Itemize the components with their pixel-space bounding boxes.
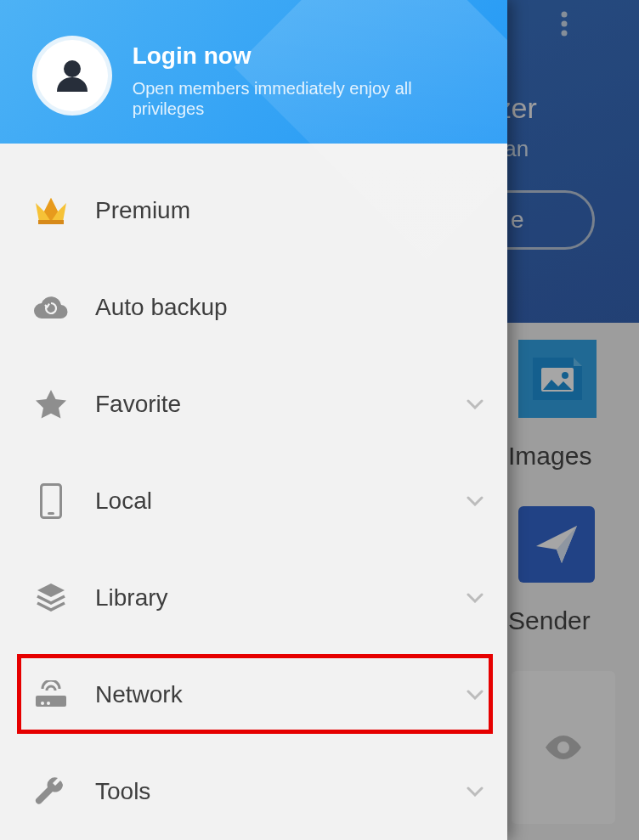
wrench-icon bbox=[31, 771, 71, 812]
drawer-item-library[interactable]: Library bbox=[0, 550, 507, 646]
chevron-down-icon bbox=[467, 496, 483, 506]
svg-rect-7 bbox=[38, 220, 64, 224]
layers-icon bbox=[31, 578, 71, 618]
drawer-item-local[interactable]: Local bbox=[0, 453, 507, 550]
login-subtitle: Open members immediately enjoy all privi… bbox=[133, 78, 487, 119]
star-icon bbox=[31, 384, 71, 425]
svg-point-6 bbox=[64, 60, 81, 77]
drawer-item-label: Premium bbox=[95, 197, 483, 224]
drawer-item-label: Library bbox=[95, 584, 467, 612]
drawer-item-label: Auto backup bbox=[95, 294, 483, 321]
svg-rect-9 bbox=[48, 512, 54, 515]
drawer-header-login[interactable]: Login now Open members immediately enjoy… bbox=[0, 0, 507, 144]
navigation-drawer: Login now Open members immediately enjoy… bbox=[0, 0, 507, 840]
drawer-item-tools[interactable]: Tools bbox=[0, 743, 507, 840]
chevron-down-icon bbox=[467, 786, 483, 797]
phone-icon bbox=[31, 481, 71, 521]
drawer-item-label: Tools bbox=[95, 778, 467, 805]
drawer-item-auto-backup[interactable]: Auto backup bbox=[0, 259, 507, 356]
login-title: Login now bbox=[133, 42, 487, 70]
annotation-highlight bbox=[17, 654, 493, 734]
drawer-item-label: Favorite bbox=[95, 391, 467, 418]
cloud-sync-icon bbox=[31, 287, 71, 328]
chevron-down-icon bbox=[467, 399, 483, 409]
drawer-item-label: Local bbox=[95, 488, 467, 515]
drawer-list: Premium Auto backup Favorite Local bbox=[0, 144, 507, 840]
crown-icon bbox=[31, 190, 71, 231]
chevron-down-icon bbox=[467, 593, 483, 603]
drawer-item-favorite[interactable]: Favorite bbox=[0, 356, 507, 453]
avatar-icon bbox=[32, 36, 112, 116]
drawer-item-premium[interactable]: Premium bbox=[0, 162, 507, 259]
